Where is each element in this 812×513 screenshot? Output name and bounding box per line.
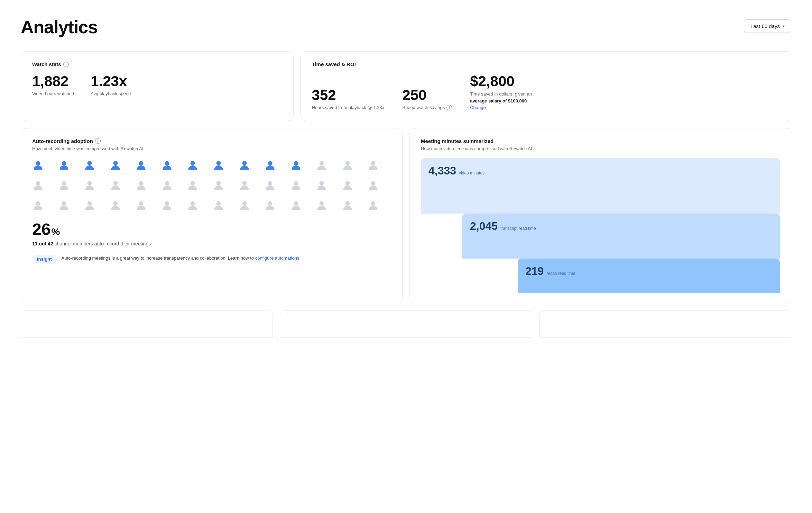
- person-icon-inactive: [58, 180, 70, 191]
- svg-point-3: [113, 161, 118, 165]
- person-icon-inactive: [135, 200, 147, 212]
- dollars-saved-note: Time saved in dollars, given an average …: [470, 91, 532, 111]
- person-icon-inactive: [367, 160, 379, 171]
- auto-recording-subtitle: How much video time was compressed with …: [32, 146, 391, 151]
- svg-point-7: [216, 161, 221, 165]
- change-salary-link[interactable]: Change: [470, 105, 486, 110]
- person-icon-inactive: [290, 200, 302, 212]
- bar1-value: 4,333: [428, 164, 456, 177]
- person-icon-inactive: [213, 180, 224, 191]
- bottom-card-2: [280, 310, 532, 338]
- person-icon-inactive: [342, 180, 353, 191]
- adoption-percentage-symbol: %: [51, 226, 60, 237]
- svg-point-6: [191, 161, 195, 165]
- person-icon-inactive: [84, 200, 95, 212]
- svg-point-0: [36, 161, 40, 165]
- svg-point-29: [62, 201, 66, 206]
- time-saved-title: Time saved & ROI: [312, 61, 780, 67]
- speed-savings-label: Speed watch savings: [402, 105, 445, 111]
- hours-saved-label: Hours saved from playback @ 1.23x: [312, 105, 385, 111]
- person-icon-inactive: [213, 200, 224, 212]
- person-icon-active: [187, 160, 199, 171]
- svg-point-22: [242, 181, 247, 186]
- speed-savings-info-icon[interactable]: i: [446, 105, 452, 110]
- svg-point-24: [294, 181, 298, 186]
- second-row-cards: Auto-recording adoption i How much video…: [21, 128, 791, 303]
- svg-point-32: [139, 201, 144, 206]
- svg-point-15: [62, 181, 66, 186]
- svg-point-2: [87, 161, 92, 165]
- person-icon-active: [58, 160, 70, 171]
- person-icon-active: [239, 160, 250, 171]
- svg-point-38: [294, 201, 298, 206]
- person-icon-inactive: [187, 180, 199, 191]
- speed-savings-stat: 250 Speed watch savings i: [402, 88, 452, 111]
- svg-point-9: [268, 161, 273, 165]
- svg-point-18: [139, 181, 144, 186]
- person-icon-inactive: [316, 160, 327, 171]
- video-hours-value: 1,882: [32, 74, 74, 89]
- svg-point-4: [139, 161, 144, 165]
- person-icon-inactive: [58, 200, 70, 212]
- meeting-minutes-card: Meeting minutes summarized How much vide…: [409, 128, 791, 303]
- avg-speed-label: Avg playback speed: [91, 91, 131, 97]
- svg-point-12: [345, 161, 350, 165]
- chevron-down-icon: ▾: [783, 24, 785, 29]
- avg-speed-value: 1.23x: [91, 74, 131, 89]
- person-icon-inactive: [32, 180, 44, 191]
- bar2-label: transcript read time: [500, 226, 536, 231]
- bar3-value: 219: [525, 265, 544, 278]
- third-row-cards: [21, 310, 791, 338]
- svg-point-25: [320, 181, 324, 186]
- svg-point-35: [216, 201, 221, 206]
- person-icon-inactive: [367, 200, 379, 212]
- svg-point-34: [191, 201, 195, 206]
- date-filter-button[interactable]: Last 60 days ▾: [744, 19, 791, 33]
- svg-point-17: [113, 181, 118, 186]
- person-icon-active: [84, 160, 95, 171]
- avg-speed-stat: 1.23x Avg playback speed: [91, 74, 131, 97]
- time-saved-stats-row: 352 Hours saved from playback @ 1.23x 25…: [312, 74, 780, 111]
- bottom-card-3: [539, 310, 791, 338]
- configure-automations-link[interactable]: configure automations: [255, 255, 299, 261]
- bar1-label: video minutes: [459, 171, 485, 176]
- person-icon-active: [110, 160, 121, 171]
- speed-savings-value: 250: [402, 88, 426, 102]
- person-icon-inactive: [135, 180, 147, 191]
- svg-point-33: [165, 201, 169, 206]
- bar-recap-read-time: 219 recap read time: [518, 259, 780, 293]
- person-icon-inactive: [316, 200, 327, 212]
- watch-stats-title: Watch stats i: [32, 61, 282, 67]
- svg-point-11: [320, 161, 324, 165]
- insight-badge: Insight: [32, 255, 57, 263]
- auto-recording-info-icon[interactable]: i: [95, 138, 101, 144]
- bar-transcript-read-time: 2,045 transcript read time: [462, 214, 780, 259]
- bottom-card-1: [21, 310, 273, 338]
- person-icon-inactive: [187, 200, 199, 212]
- time-saved-card: Time saved & ROI 352 Hours saved from pl…: [301, 51, 791, 121]
- person-icon-inactive: [239, 200, 250, 212]
- auto-recording-title: Auto-recording adoption i: [32, 138, 391, 144]
- dollars-saved-value: $2,800: [470, 74, 532, 89]
- svg-point-28: [36, 201, 40, 206]
- person-icon-inactive: [342, 200, 353, 212]
- person-icon-inactive: [264, 180, 276, 191]
- svg-point-19: [165, 181, 169, 186]
- adoption-percentage-display: 26 %: [32, 220, 391, 239]
- svg-point-30: [87, 201, 92, 206]
- person-icon-inactive: [342, 160, 353, 171]
- hours-saved-stat: 352 Hours saved from playback @ 1.23x: [312, 88, 385, 111]
- person-icon-inactive: [110, 200, 121, 212]
- bar3-label: recap read time: [546, 271, 575, 276]
- person-icon-inactive: [316, 180, 327, 191]
- dollars-saved-stat: $2,800 Time saved in dollars, given an a…: [470, 74, 532, 111]
- watch-stats-info-icon[interactable]: i: [63, 62, 69, 67]
- person-icon-inactive: [32, 200, 44, 212]
- svg-point-21: [216, 181, 221, 186]
- adoption-percentage-number: 26: [32, 220, 50, 239]
- svg-point-1: [62, 161, 66, 165]
- bar-video-minutes: 4,333 video minutes: [421, 158, 780, 214]
- svg-point-8: [242, 161, 247, 165]
- person-icon-inactive: [161, 180, 173, 191]
- hours-saved-value: 352: [312, 88, 385, 102]
